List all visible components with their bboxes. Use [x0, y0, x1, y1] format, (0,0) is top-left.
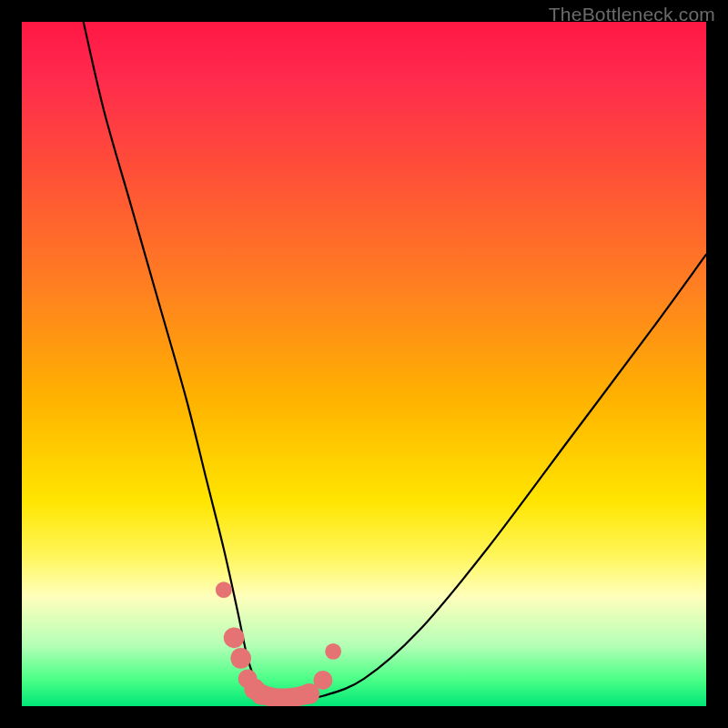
- marker-dot: [325, 643, 341, 660]
- marker-dot: [313, 671, 332, 690]
- chart-svg: [22, 22, 706, 706]
- marker-dot: [224, 627, 245, 648]
- bottleneck-curve: [84, 22, 706, 699]
- marker-dot: [230, 648, 251, 669]
- watermark-text: TheBottleneck.com: [549, 4, 715, 25]
- marker-dot: [216, 581, 232, 598]
- chart-plot-area: [22, 22, 706, 706]
